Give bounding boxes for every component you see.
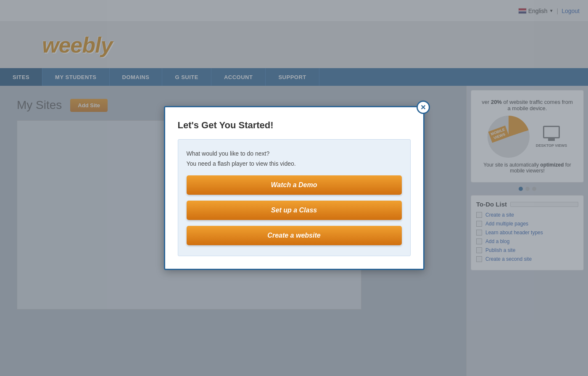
create-website-button[interactable]: Create a website [187, 226, 402, 245]
modal-overlay[interactable]: ✕ Let's Get You Started! What would you … [0, 0, 588, 376]
watch-demo-button[interactable]: Watch a Demo [187, 175, 402, 195]
modal-dialog: ✕ Let's Get You Started! What would you … [164, 106, 425, 270]
modal-title: Let's Get You Started! [178, 120, 411, 131]
setup-class-button[interactable]: Set up a Class [187, 201, 402, 220]
modal-subtitle: What would you like to do next? [187, 150, 402, 157]
modal-close-button[interactable]: ✕ [417, 101, 430, 114]
modal-flash-note: You need a flash player to view this vid… [187, 160, 402, 167]
modal-inner: What would you like to do next? You need… [178, 139, 411, 256]
